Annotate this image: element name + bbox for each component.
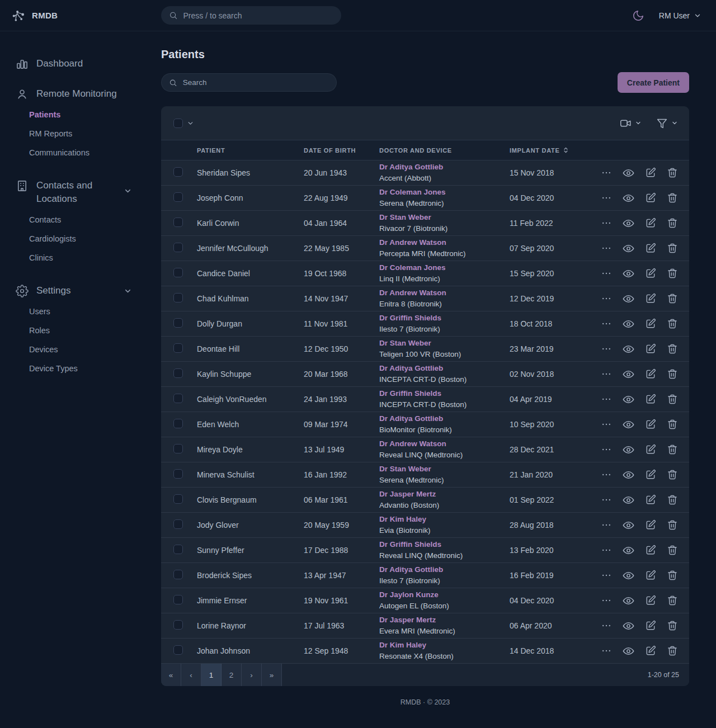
patients-search-input[interactable] bbox=[183, 78, 329, 87]
doctor-name-link[interactable]: Dr Griffin Shields bbox=[379, 539, 510, 550]
pagination-next-button[interactable]: › bbox=[242, 664, 262, 686]
row-menu-button[interactable] bbox=[601, 469, 612, 480]
view-row-button[interactable] bbox=[623, 394, 634, 405]
row-menu-button[interactable] bbox=[601, 570, 612, 581]
doctor-name-link[interactable]: Dr Stan Weber bbox=[379, 338, 510, 349]
delete-row-button[interactable] bbox=[667, 645, 678, 656]
edit-row-button[interactable] bbox=[645, 218, 656, 229]
row-menu-button[interactable] bbox=[601, 268, 612, 279]
pagination-first-button[interactable]: « bbox=[161, 664, 181, 686]
delete-row-button[interactable] bbox=[667, 545, 678, 556]
select-all-checkbox[interactable] bbox=[173, 119, 183, 128]
row-checkbox[interactable] bbox=[173, 519, 183, 529]
delete-row-button[interactable] bbox=[667, 595, 678, 606]
delete-row-button[interactable] bbox=[667, 268, 678, 279]
doctor-name-link[interactable]: Dr Griffin Shields bbox=[379, 313, 510, 324]
doctor-name-link[interactable]: Dr Andrew Watson bbox=[379, 438, 510, 450]
row-checkbox[interactable] bbox=[173, 343, 183, 353]
doctor-name-link[interactable]: Dr Coleman Jones bbox=[379, 187, 510, 198]
doctor-name-link[interactable]: Dr Aditya Gottlieb bbox=[379, 413, 510, 424]
pagination-last-button[interactable]: » bbox=[262, 664, 282, 686]
edit-row-button[interactable] bbox=[645, 469, 656, 480]
row-checkbox[interactable] bbox=[173, 243, 183, 252]
row-checkbox[interactable] bbox=[173, 268, 183, 277]
row-menu-button[interactable] bbox=[601, 645, 612, 656]
delete-row-button[interactable] bbox=[667, 444, 678, 455]
doctor-name-link[interactable]: Dr Andrew Watson bbox=[379, 287, 510, 299]
view-row-button[interactable] bbox=[623, 595, 634, 607]
delete-row-button[interactable] bbox=[667, 419, 678, 430]
row-checkbox[interactable] bbox=[173, 167, 183, 177]
row-checkbox[interactable] bbox=[173, 570, 183, 579]
edit-row-button[interactable] bbox=[645, 419, 656, 430]
sidebar-item-clinics[interactable]: Clinics bbox=[29, 248, 136, 267]
row-checkbox[interactable] bbox=[173, 595, 183, 604]
sort-icon[interactable] bbox=[562, 146, 570, 154]
pagination-prev-button[interactable]: ‹ bbox=[181, 664, 201, 686]
row-menu-button[interactable] bbox=[601, 343, 612, 354]
edit-row-button[interactable] bbox=[645, 192, 656, 204]
row-menu-button[interactable] bbox=[601, 218, 612, 229]
row-checkbox[interactable] bbox=[173, 368, 183, 378]
delete-row-button[interactable] bbox=[667, 519, 678, 531]
sidebar-item-contacts[interactable]: Contacts bbox=[29, 210, 136, 229]
view-row-button[interactable] bbox=[623, 545, 634, 556]
create-patient-button[interactable]: Create Patient bbox=[618, 72, 689, 93]
doctor-name-link[interactable]: Dr Andrew Watson bbox=[379, 237, 510, 248]
row-menu-button[interactable] bbox=[601, 519, 612, 531]
row-checkbox[interactable] bbox=[173, 218, 183, 227]
edit-row-button[interactable] bbox=[645, 318, 656, 329]
view-row-button[interactable] bbox=[623, 268, 634, 280]
sidebar-item-cardiologists[interactable]: Cardiologists bbox=[29, 229, 136, 248]
doctor-name-link[interactable]: Dr Kim Haley bbox=[379, 514, 510, 525]
doctor-name-link[interactable]: Dr Stan Weber bbox=[379, 212, 510, 223]
theme-toggle-button[interactable] bbox=[632, 10, 644, 22]
row-checkbox[interactable] bbox=[173, 394, 183, 403]
delete-row-button[interactable] bbox=[667, 243, 678, 254]
sidebar-item-users[interactable]: Users bbox=[29, 302, 136, 321]
row-menu-button[interactable] bbox=[601, 368, 612, 380]
delete-row-button[interactable] bbox=[667, 318, 678, 329]
delete-row-button[interactable] bbox=[667, 167, 678, 178]
view-row-button[interactable] bbox=[623, 192, 634, 204]
sidebar-item-contacts-locations[interactable]: Contacts and Locations bbox=[16, 179, 132, 206]
view-options-button[interactable] bbox=[620, 117, 642, 129]
edit-row-button[interactable] bbox=[645, 293, 656, 304]
delete-row-button[interactable] bbox=[667, 368, 678, 380]
sidebar-item-device-types[interactable]: Device Types bbox=[29, 359, 136, 378]
edit-row-button[interactable] bbox=[645, 368, 656, 380]
view-row-button[interactable] bbox=[623, 519, 634, 531]
delete-row-button[interactable] bbox=[667, 494, 678, 505]
row-checkbox[interactable] bbox=[173, 444, 183, 453]
filter-button[interactable] bbox=[656, 117, 678, 129]
user-menu[interactable]: RM User bbox=[659, 11, 701, 20]
view-row-button[interactable] bbox=[623, 293, 634, 305]
sidebar-item-dashboard[interactable]: Dashboard bbox=[16, 57, 136, 70]
delete-row-button[interactable] bbox=[667, 192, 678, 204]
row-checkbox[interactable] bbox=[173, 645, 183, 655]
sidebar-item-settings[interactable]: Settings bbox=[16, 284, 132, 297]
view-row-button[interactable] bbox=[623, 218, 634, 229]
sidebar-item-patients[interactable]: Patients bbox=[29, 105, 136, 124]
row-menu-button[interactable] bbox=[601, 620, 612, 631]
delete-row-button[interactable] bbox=[667, 620, 678, 631]
view-row-button[interactable] bbox=[623, 645, 634, 657]
view-row-button[interactable] bbox=[623, 419, 634, 431]
row-checkbox[interactable] bbox=[173, 318, 183, 328]
sidebar-item-communications[interactable]: Communications bbox=[29, 143, 136, 162]
delete-row-button[interactable] bbox=[667, 469, 678, 480]
delete-row-button[interactable] bbox=[667, 293, 678, 304]
edit-row-button[interactable] bbox=[645, 394, 656, 405]
delete-row-button[interactable] bbox=[667, 343, 678, 354]
edit-row-button[interactable] bbox=[645, 570, 656, 581]
view-row-button[interactable] bbox=[623, 444, 634, 456]
doctor-name-link[interactable]: Dr Griffin Shields bbox=[379, 388, 510, 399]
row-checkbox[interactable] bbox=[173, 620, 183, 630]
view-row-button[interactable] bbox=[623, 620, 634, 632]
doctor-name-link[interactable]: Dr Aditya Gottlieb bbox=[379, 363, 510, 374]
edit-row-button[interactable] bbox=[645, 595, 656, 606]
doctor-name-link[interactable]: Dr Stan Weber bbox=[379, 464, 510, 475]
row-checkbox[interactable] bbox=[173, 419, 183, 428]
row-checkbox[interactable] bbox=[173, 293, 183, 302]
edit-row-button[interactable] bbox=[645, 243, 656, 254]
